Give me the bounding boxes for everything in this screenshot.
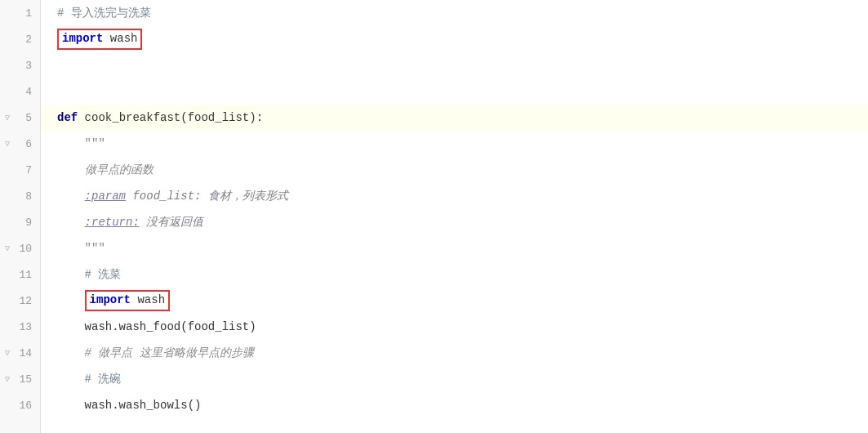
code-line-4 <box>41 78 868 105</box>
code-line-9: :return: 没有返回值 <box>41 209 868 235</box>
line-number-5: ▽5 <box>0 105 40 131</box>
line-number-15: ▽15 <box>0 366 40 392</box>
code-line-3 <box>41 52 868 78</box>
line-number-8: 8 <box>0 183 40 209</box>
line-number-1: 1 <box>0 0 40 26</box>
code-line-14: # 做早点 这里省略做早点的步骤 <box>41 340 868 366</box>
highlighted-import-box-12: import wash <box>85 290 170 311</box>
highlighted-import-box-2: import wash <box>57 29 142 50</box>
line-number-11: 11 <box>0 261 40 288</box>
line-number-3: 3 <box>0 52 40 78</box>
line-number-16: 16 <box>0 392 40 418</box>
code-line-2: import wash <box>41 26 868 52</box>
line-number-9: 9 <box>0 209 40 235</box>
line-number-7: 7 <box>0 157 40 183</box>
line-number-4: 4 <box>0 78 40 105</box>
fold-icon-15[interactable]: ▽ <box>2 373 13 385</box>
code-content-area[interactable]: # 导入洗完与洗菜import washdef cook_breakfast(f… <box>41 0 868 433</box>
line-number-6: ▽6 <box>0 131 40 157</box>
code-line-15: # 洗碗 <box>41 366 868 392</box>
line-number-gutter: 1234▽5▽6789▽10111213▽14▽1516 <box>0 0 41 433</box>
code-line-11: # 洗菜 <box>41 261 868 288</box>
code-editor: 1234▽5▽6789▽10111213▽14▽1516 # 导入洗完与洗菜im… <box>0 0 868 433</box>
line-number-12: 12 <box>0 288 40 314</box>
code-line-7: 做早点的函数 <box>41 157 868 183</box>
code-line-13: wash.wash_food(food_list) <box>41 314 868 340</box>
code-line-16: wash.wash_bowls() <box>41 392 868 418</box>
line-number-2: 2 <box>0 26 40 52</box>
fold-icon-14[interactable]: ▽ <box>2 347 13 359</box>
line-number-10: ▽10 <box>0 235 40 261</box>
fold-icon-5[interactable]: ▽ <box>2 112 13 123</box>
code-line-8: :param food_list: 食材，列表形式 <box>41 183 868 209</box>
line-number-14: ▽14 <box>0 340 40 366</box>
line-number-13: 13 <box>0 314 40 340</box>
code-line-10: """ <box>41 235 868 261</box>
code-line-6: """ <box>41 131 868 157</box>
fold-icon-10[interactable]: ▽ <box>2 243 13 254</box>
fold-icon-6[interactable]: ▽ <box>2 138 13 150</box>
code-line-5: def cook_breakfast(food_list): <box>41 105 868 131</box>
code-line-1: # 导入洗完与洗菜 <box>41 0 868 26</box>
code-line-12: import wash <box>41 288 868 314</box>
